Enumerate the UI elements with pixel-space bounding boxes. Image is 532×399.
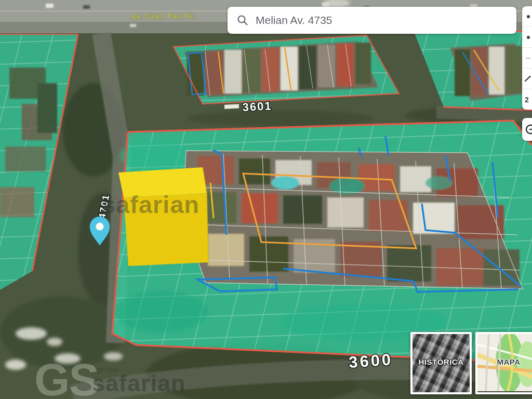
street-label-3601: 3601: [242, 99, 272, 114]
measure-icon: [526, 58, 530, 59]
measure-button[interactable]: [522, 48, 532, 69]
tilt-button[interactable]: [522, 69, 532, 89]
search-input[interactable]: [255, 14, 509, 27]
map-2d-label: 2: [525, 96, 529, 104]
pegman-icon: [525, 124, 532, 135]
layer-historic-button[interactable]: HISTÓRICA: [410, 332, 472, 394]
zoom-out-icon: [527, 36, 530, 39]
exposed-parcels-main: [183, 151, 523, 289]
zoom-in-icon: [527, 15, 530, 18]
street-label-3600: 3600: [348, 350, 393, 371]
street-label-avenue: Av. Gral. Paz Av.: [131, 11, 196, 21]
map-thumbnail-graphic: [477, 334, 532, 391]
map-canvas[interactable]: 3601 4701 3600 Av. Gral. Paz Av. safaria…: [0, 0, 532, 399]
map-control-panel[interactable]: 2: [522, 6, 532, 110]
zoom-out-button[interactable]: [522, 27, 532, 48]
layer-historic-label: HISTÓRICA: [413, 357, 470, 366]
selected-parcel[interactable]: [118, 167, 208, 266]
parcel-block-top-center[interactable]: [174, 35, 399, 104]
map-2d-button[interactable]: 2: [522, 89, 532, 110]
zoom-in-button[interactable]: [522, 6, 532, 27]
tilt-icon: [525, 76, 531, 82]
search-icon: [237, 15, 248, 26]
pegman-button[interactable]: [522, 118, 532, 141]
layer-map-button[interactable]: MAPA: [475, 332, 532, 394]
search-bar[interactable]: [228, 7, 516, 34]
